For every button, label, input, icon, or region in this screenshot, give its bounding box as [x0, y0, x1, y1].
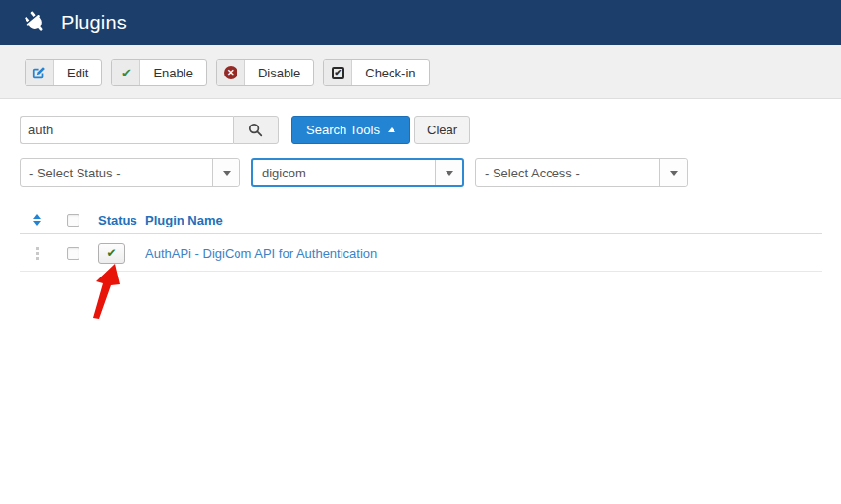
clear-button[interactable]: Clear: [414, 116, 470, 144]
edit-button[interactable]: Edit: [25, 59, 102, 86]
select-access-dropdown[interactable]: - Select Access -: [475, 158, 688, 187]
disable-button-label: Disable: [245, 60, 313, 85]
extension-search-combobox[interactable]: digicom: [251, 158, 464, 187]
enable-button-label: Enable: [140, 60, 205, 85]
plugins-manager-page: Plugins Edit ✔ Enable ✕ Disable ✔ Check-…: [0, 0, 841, 504]
search-input[interactable]: [20, 116, 233, 144]
select-status-value: - Select Status -: [21, 159, 212, 186]
edit-button-label: Edit: [54, 60, 101, 85]
check-icon: ✔: [106, 247, 116, 259]
search-tools-label: Search Tools: [306, 123, 380, 137]
search-tools-button[interactable]: Search Tools: [291, 116, 410, 144]
page-title: Plugins: [61, 12, 127, 34]
checkin-button[interactable]: ✔ Check-in: [323, 59, 429, 86]
checkin-button-label: Check-in: [352, 60, 428, 85]
select-status-dropdown[interactable]: - Select Status -: [20, 158, 240, 187]
select-all-checkbox[interactable]: [67, 214, 79, 227]
enable-button[interactable]: ✔ Enable: [111, 59, 206, 86]
caret-up-icon: [388, 127, 395, 132]
plugin-name-link[interactable]: AuthAPi - DigiCom API for Authentication: [145, 246, 377, 261]
toolbar-buttons: Edit ✔ Enable ✕ Disable ✔ Check-in: [25, 59, 430, 86]
extension-search-value: digicom: [253, 160, 435, 185]
red-arrow-annotation: [86, 262, 126, 321]
row-checkbox[interactable]: [67, 247, 79, 260]
plug-icon: [21, 8, 51, 38]
status-enabled-toggle[interactable]: ✔: [98, 243, 125, 264]
caret-down-icon[interactable]: [659, 159, 687, 186]
clear-button-label: Clear: [427, 123, 457, 137]
caret-down-icon[interactable]: [435, 160, 462, 185]
disable-button[interactable]: ✕ Disable: [216, 59, 314, 86]
checkbox-checked-icon: ✔: [324, 60, 352, 85]
select-access-value: - Select Access -: [476, 159, 659, 186]
magnifier-icon: [248, 123, 263, 137]
drag-dots-icon[interactable]: [36, 247, 39, 260]
app-header: Plugins: [0, 0, 841, 45]
caret-down-icon[interactable]: [212, 159, 239, 186]
column-header-status[interactable]: Status: [98, 213, 137, 227]
cancel-circle-icon: ✕: [217, 60, 245, 85]
column-header-plugin-name[interactable]: Plugin Name: [145, 213, 223, 227]
search-submit-button[interactable]: [233, 116, 279, 144]
edit-icon: [26, 60, 54, 85]
table-row: ✔ AuthAPi - DigiCom API for Authenticati…: [20, 235, 822, 272]
check-icon: ✔: [112, 60, 140, 85]
table-header: Status Plugin Name: [20, 206, 822, 234]
sort-updown-icon[interactable]: [33, 214, 41, 226]
